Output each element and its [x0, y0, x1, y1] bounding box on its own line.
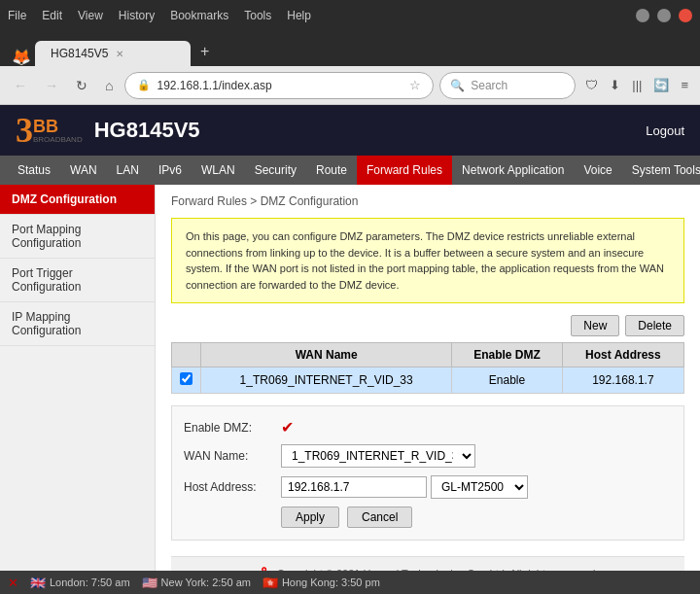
host-address-label: Host Address:: [184, 480, 281, 494]
sidebar-item-dmz[interactable]: DMZ Configuration: [0, 185, 155, 215]
router-nav-menu: Status WAN LAN IPv6 WLAN Security Route …: [0, 156, 700, 185]
menu-bookmarks[interactable]: Bookmarks: [170, 9, 228, 22]
forward-button[interactable]: →: [39, 74, 64, 97]
brand-area: 3 BB BROADBAND HG8145V5: [16, 113, 200, 148]
page-footer: ⚘ Copyright © 2021 Huawei Technologies C…: [171, 556, 684, 571]
new-tab-button[interactable]: +: [191, 37, 219, 66]
nav-ipv6[interactable]: IPv6: [149, 156, 192, 185]
logo-bb: BB BROADBAND: [33, 118, 83, 144]
nav-security[interactable]: Security: [245, 156, 306, 185]
status-bar: ✕ 🇬🇧 London: 7:50 am 🇺🇸 New York: 2:50 a…: [0, 571, 700, 594]
close-button[interactable]: [679, 9, 692, 22]
nav-status[interactable]: Status: [8, 156, 60, 185]
window-controls: [636, 9, 692, 22]
sidebar: DMZ Configuration Port Mapping Configura…: [0, 185, 156, 571]
router-ui: 3 BB BROADBAND HG8145V5 Logout Status WA…: [0, 105, 700, 571]
apply-button[interactable]: Apply: [281, 507, 339, 528]
nav-network-app[interactable]: Network Application: [452, 156, 574, 185]
menu-file[interactable]: File: [8, 9, 26, 22]
browser-tab[interactable]: HG8145V5 ✕: [35, 41, 191, 66]
nav-forward-rules[interactable]: Forward Rules: [357, 156, 452, 185]
download-icon[interactable]: ⬇: [606, 76, 624, 94]
tab-bar: 🦊 HG8145V5 ✕ +: [0, 31, 700, 66]
info-box: On this page, you can configure DMZ para…: [171, 218, 684, 303]
search-icon: 🔍: [450, 79, 465, 92]
home-button[interactable]: ⌂: [99, 74, 119, 97]
status-london: 🇬🇧 London: 7:50 am: [30, 576, 130, 590]
back-button[interactable]: ←: [8, 74, 33, 97]
menu-history[interactable]: History: [119, 9, 155, 22]
nav-lan[interactable]: LAN: [107, 156, 149, 185]
nav-voice[interactable]: Voice: [574, 156, 621, 185]
col-host-address: Host Address: [562, 343, 683, 367]
delete-button[interactable]: Delete: [625, 315, 684, 336]
row-wan-name: 1_TR069_INTERNET_R_VID_33: [201, 367, 452, 394]
col-enable-dmz: Enable DMZ: [452, 343, 562, 367]
logout-button[interactable]: Logout: [646, 123, 684, 138]
menu-view[interactable]: View: [78, 9, 103, 22]
new-button[interactable]: New: [571, 315, 619, 336]
menu-help[interactable]: Help: [287, 9, 311, 22]
sync-icon[interactable]: 🔄: [649, 76, 673, 94]
dmz-form: Enable DMZ: ✔ WAN Name: 1_TR069_INTERNET…: [171, 405, 684, 541]
extensions-icon[interactable]: |||: [628, 76, 646, 94]
enable-dmz-label: Enable DMZ:: [184, 421, 281, 435]
maximize-button[interactable]: [657, 9, 671, 22]
nav-route[interactable]: Route: [306, 156, 357, 185]
router-header: 3 BB BROADBAND HG8145V5 Logout: [0, 105, 700, 156]
minimize-button[interactable]: [636, 9, 649, 22]
nav-wan[interactable]: WAN: [60, 156, 107, 185]
brand-logo: 3 BB BROADBAND: [16, 113, 83, 148]
nav-system-tools[interactable]: System Tools: [622, 156, 700, 185]
bookmark-icon[interactable]: ☆: [409, 78, 421, 92]
logo-number: 3: [16, 113, 33, 148]
wan-name-select[interactable]: 1_TR069_INTERNET_R_VID_33: [281, 444, 475, 468]
address-bar[interactable]: 🔒 192.168.1.1/index.asp ☆: [124, 72, 434, 99]
nav-icons: 🛡 ⬇ ||| 🔄 ≡: [581, 76, 692, 94]
row-checkbox-input[interactable]: [180, 372, 192, 385]
nav-wlan[interactable]: WLAN: [192, 156, 245, 185]
col-wan-name: WAN Name: [201, 343, 452, 367]
menu-bar: File Edit View History Bookmarks Tools H…: [8, 9, 311, 22]
search-bar[interactable]: 🔍 Search: [439, 72, 576, 99]
host-device-select[interactable]: GL-MT2500: [431, 475, 528, 499]
host-address-input[interactable]: [281, 476, 427, 498]
row-checkbox[interactable]: [172, 367, 201, 394]
logo-broadband: BROADBAND: [33, 135, 83, 144]
router-model: HG8145V5: [94, 118, 200, 143]
status-hongkong: 🇭🇰 Hong Kong: 3:50 pm: [262, 576, 380, 590]
tab-close-icon[interactable]: ✕: [116, 49, 123, 59]
table-row[interactable]: 1_TR069_INTERNET_R_VID_33 Enable 192.168…: [172, 367, 684, 394]
form-row-enable-dmz: Enable DMZ: ✔: [184, 418, 672, 437]
newyork-time: New York: 2:50 am: [161, 577, 251, 588]
shield-nav-icon[interactable]: 🛡: [581, 76, 602, 94]
dmz-table: WAN Name Enable DMZ Host Address 1_TR069…: [171, 342, 684, 394]
menu-icon[interactable]: ≡: [677, 76, 692, 94]
refresh-button[interactable]: ↻: [70, 74, 93, 97]
london-time: London: 7:50 am: [50, 577, 130, 588]
main-content: Forward Rules > DMZ Configuration On thi…: [156, 185, 700, 571]
menu-edit[interactable]: Edit: [42, 9, 62, 22]
status-separator: ✕: [8, 576, 18, 590]
table-actions: New Delete: [171, 315, 684, 336]
huawei-logo-icon: ⚘: [258, 565, 270, 571]
wan-name-label: WAN Name:: [184, 449, 281, 463]
row-host-address: 192.168.1.7: [562, 367, 683, 394]
breadcrumb: Forward Rules > DMZ Configuration: [171, 194, 684, 208]
sidebar-item-ip-mapping[interactable]: IP Mapping Configuration: [0, 302, 155, 346]
enable-dmz-checkbox[interactable]: ✔: [281, 418, 294, 437]
menu-tools[interactable]: Tools: [244, 9, 271, 22]
address-text: 192.168.1.1/index.asp: [157, 79, 403, 92]
nav-bar: ← → ↻ ⌂ 🔒 192.168.1.1/index.asp ☆ 🔍 Sear…: [0, 66, 700, 105]
row-enable-dmz: Enable: [452, 367, 562, 394]
form-row-wan-name: WAN Name: 1_TR069_INTERNET_R_VID_33: [184, 444, 672, 468]
cancel-button[interactable]: Cancel: [347, 507, 412, 528]
sidebar-item-port-mapping[interactable]: Port Mapping Configuration: [0, 215, 155, 259]
sidebar-item-port-trigger[interactable]: Port Trigger Configuration: [0, 259, 155, 302]
content-area: DMZ Configuration Port Mapping Configura…: [0, 185, 700, 571]
status-newyork: 🇺🇸 New York: 2:50 am: [142, 576, 251, 590]
search-placeholder-text: Search: [471, 79, 508, 92]
footer-copyright: Copyright © 2021 Huawei Technologies Co.…: [277, 568, 599, 571]
title-bar: File Edit View History Bookmarks Tools H…: [0, 0, 700, 31]
lock-icon: 🔒: [137, 79, 151, 91]
